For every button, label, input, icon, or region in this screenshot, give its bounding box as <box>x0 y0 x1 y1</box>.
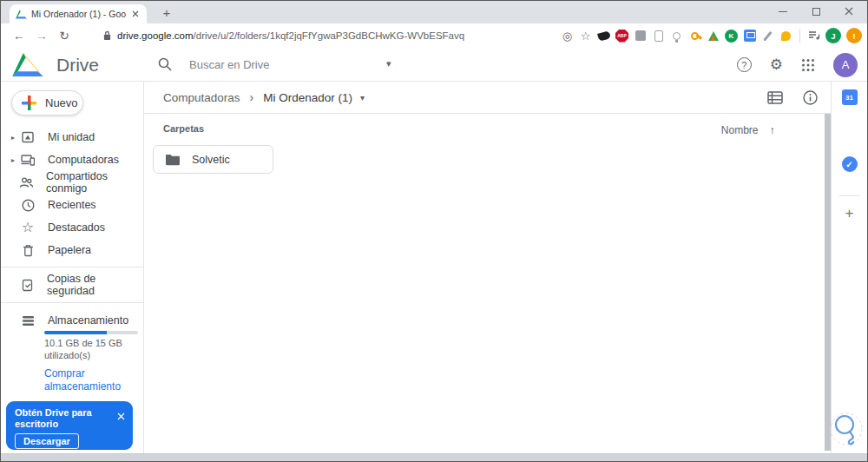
browser-titlebar: Mi Ordenador (1) - Google Drive + <box>1 1 867 23</box>
new-tab-button[interactable]: + <box>157 3 176 22</box>
tab-close-icon[interactable] <box>130 9 141 19</box>
paw-extension-icon[interactable] <box>779 30 792 43</box>
sidebar-item-label: Almacenamiento <box>48 314 128 327</box>
promo-close-icon[interactable] <box>117 408 125 424</box>
plant-extension-icon[interactable] <box>707 30 720 43</box>
folder-card[interactable]: Solvetic <box>153 145 273 174</box>
search-bar[interactable] <box>158 48 519 81</box>
browser-toolbar: ← → ↻ drive.google.com/drive/u/2/folders… <box>1 23 867 48</box>
storage-usage-text: 10.1 GB de 15 GB utilizado(s) <box>44 337 122 361</box>
close-window-button[interactable] <box>832 1 865 22</box>
keeper-extension-icon[interactable]: K <box>725 30 738 43</box>
minimize-button[interactable] <box>766 1 799 22</box>
browser-tab[interactable]: Mi Ordenador (1) - Google Drive <box>10 4 147 23</box>
my-drive-icon <box>20 130 36 144</box>
url-text[interactable]: drive.google.com/drive/u/2/folders/1kqf2… <box>117 30 464 41</box>
tasks-icon[interactable]: ✓ <box>842 156 858 172</box>
buy-storage-link[interactable]: Comprar almacenamiento <box>44 367 119 393</box>
omnibox[interactable]: drive.google.com/drive/u/2/folders/1kqf2… <box>103 30 464 41</box>
sidebar-item-label: Destacados <box>48 221 105 234</box>
companion-divider <box>839 195 860 196</box>
sidebar-item-compartidos[interactable]: Compartidos conmigo <box>1 171 143 194</box>
sidebar-item-label: Copias de seguridad <box>47 273 143 297</box>
drive-logo-icon <box>12 53 43 76</box>
window-controls <box>766 1 865 23</box>
expand-icon[interactable]: ▸ <box>8 134 18 142</box>
lamp-extension-icon[interactable] <box>597 30 610 43</box>
sidebar-item-copias[interactable]: Copias de seguridad <box>1 274 143 296</box>
vertical-scrollbar[interactable] <box>825 114 831 451</box>
reading-list-icon[interactable] <box>807 30 820 43</box>
clock-icon <box>20 199 36 212</box>
clipboard-extension-icon[interactable] <box>652 30 665 43</box>
sidebar-item-destacados[interactable]: ☆ Destacados <box>1 216 143 239</box>
cube-extension-icon[interactable] <box>634 30 647 43</box>
sidebar-item-papelera[interactable]: Papelera <box>1 239 143 261</box>
maximize-button[interactable] <box>799 1 832 22</box>
drive-favicon-icon <box>16 10 27 19</box>
sidebar-item-mi-unidad[interactable]: ▸ Mi unidad <box>1 126 143 148</box>
download-button[interactable]: Descargar <box>15 433 79 449</box>
magnifier-annotation <box>827 410 867 457</box>
blue-square-extension-icon[interactable] <box>743 30 756 43</box>
shared-people-icon <box>19 176 34 188</box>
star-icon: ☆ <box>20 221 36 234</box>
bookmark-star-icon[interactable]: ☆ <box>579 30 592 43</box>
search-icon[interactable] <box>158 57 172 71</box>
brush-extension-icon[interactable] <box>761 30 774 43</box>
product-name: Drive <box>56 55 99 76</box>
appbar-actions: ? ⚙ A <box>737 48 858 82</box>
sidebar-item-almacenamiento[interactable]: Almacenamiento <box>1 309 143 332</box>
storage-progress-bar <box>44 331 138 334</box>
drive-appbar: Drive ▾ ? ⚙ A <box>1 48 867 82</box>
folder-icon <box>165 154 180 166</box>
sidebar-item-label: Papelera <box>48 244 91 256</box>
account-avatar[interactable]: A <box>833 53 858 77</box>
bulb-extension-icon[interactable] <box>670 30 683 43</box>
breadcrumb-caret-icon[interactable]: ▾ <box>360 93 365 102</box>
search-input[interactable] <box>189 58 519 71</box>
sort-label[interactable]: Nombre <box>721 124 759 136</box>
browser-profile-avatar[interactable]: J <box>825 28 841 43</box>
calendar-icon[interactable]: 31 <box>842 89 858 105</box>
sidebar-nav: ▸ Mi unidad ▸ Computadoras <box>1 126 143 261</box>
key-extension-icon[interactable] <box>688 30 701 43</box>
apps-grid-icon[interactable] <box>801 58 815 72</box>
help-icon[interactable]: ? <box>737 57 752 72</box>
expand-icon[interactable]: ▸ <box>8 156 18 164</box>
new-button[interactable]: Nuevo <box>11 90 83 116</box>
toolbar-separator <box>799 29 800 43</box>
breadcrumb: Computadoras › Mi Ordenador (1) ▾ <box>144 82 831 114</box>
back-icon[interactable]: ← <box>8 29 30 43</box>
drive-desktop-promo: Obtén Drive para escritorio Descargar <box>6 401 133 450</box>
cast-icon[interactable]: ◎ <box>561 30 574 43</box>
sidebar-item-recientes[interactable]: Recientes <box>1 194 143 216</box>
chevron-right-icon: › <box>250 90 254 104</box>
settings-gear-icon[interactable]: ⚙ <box>770 57 783 72</box>
forward-icon[interactable]: → <box>30 29 53 43</box>
sidebar-item-label: Computadoras <box>48 154 119 166</box>
info-icon[interactable] <box>803 90 818 105</box>
drive-logo[interactable]: Drive <box>12 53 99 76</box>
lock-icon <box>103 30 111 41</box>
window-bottom-edge <box>1 453 867 461</box>
add-addon-icon[interactable]: + <box>845 205 854 222</box>
sidebar-divider <box>1 302 144 303</box>
reload-icon[interactable]: ↻ <box>53 29 76 43</box>
sidebar: Nuevo ▸ Mi unidad ▸ Computadoras <box>1 82 144 453</box>
list-view-icon[interactable] <box>767 91 783 104</box>
search-options-caret-icon[interactable]: ▾ <box>386 58 391 69</box>
trash-icon <box>20 244 36 257</box>
adblock-extension-icon[interactable]: ABP <box>615 30 628 43</box>
sort-header[interactable]: Nombre ↑ <box>721 123 775 136</box>
promo-title: Obtén Drive para escritorio <box>15 407 112 429</box>
breadcrumb-computadoras[interactable]: Computadoras <box>163 91 240 104</box>
new-button-label: Nuevo <box>45 96 78 109</box>
update-alert-icon[interactable]: ! <box>846 28 862 43</box>
breadcrumb-current[interactable]: Mi Ordenador (1) <box>263 91 352 104</box>
sort-ascending-icon[interactable]: ↑ <box>770 123 776 136</box>
computers-icon <box>20 154 36 166</box>
section-label: Carpetas <box>163 123 204 134</box>
sidebar-item-label: Recientes <box>48 199 96 211</box>
sidebar-item-computadoras[interactable]: ▸ Computadoras <box>1 148 143 171</box>
